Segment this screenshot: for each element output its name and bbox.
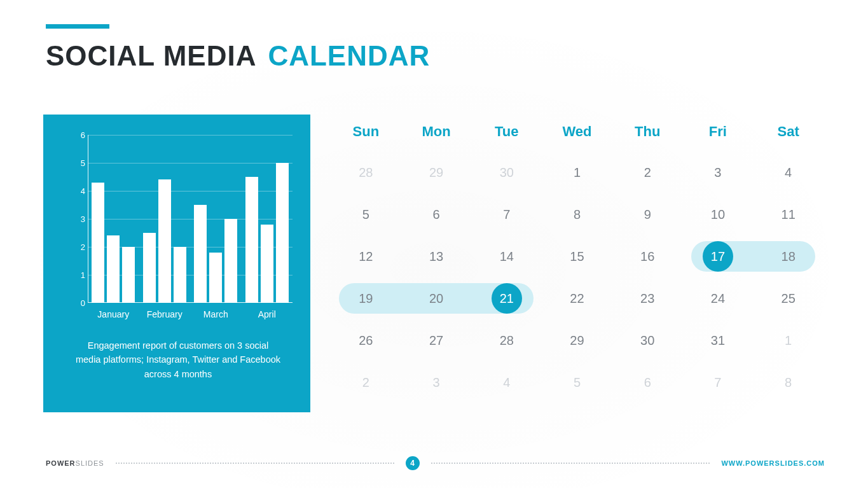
- calendar-week: 19202122232425: [331, 277, 823, 319]
- calendar-day[interactable]: 9: [612, 193, 683, 235]
- bar: [174, 247, 186, 303]
- bar-group: [139, 135, 191, 303]
- calendar-day[interactable]: 14: [471, 235, 542, 277]
- calendar-day[interactable]: 13: [401, 235, 472, 277]
- x-label: January: [88, 309, 139, 319]
- bar: [107, 235, 120, 303]
- calendar-day[interactable]: 17: [683, 235, 754, 277]
- calendar-day[interactable]: 29: [401, 151, 472, 193]
- title-accent-bar: [46, 24, 109, 29]
- bar: [245, 177, 258, 303]
- calendar-day[interactable]: 10: [683, 193, 754, 235]
- bar: [194, 205, 207, 303]
- calendar-week: 2627282930311: [331, 319, 823, 361]
- calendar-day[interactable]: 4: [753, 151, 823, 193]
- x-label: April: [242, 309, 293, 319]
- calendar-dow: Fri: [683, 120, 754, 151]
- calendar-day[interactable]: 5: [331, 193, 401, 235]
- calendar-day[interactable]: 22: [542, 277, 612, 319]
- bar: [276, 163, 289, 303]
- footer-divider-left: [116, 463, 394, 464]
- y-tick: 3: [72, 214, 85, 224]
- calendar-day[interactable]: 12: [331, 235, 401, 277]
- bar-group: [242, 135, 293, 303]
- y-tick: 1: [72, 270, 85, 280]
- calendar-day[interactable]: 26: [331, 319, 401, 361]
- bar-group: [88, 135, 139, 303]
- calendar-day[interactable]: 25: [753, 277, 823, 319]
- title-part-1: SOCIAL MEDIA: [46, 40, 256, 72]
- bar: [261, 225, 273, 303]
- page-title: SOCIAL MEDIA CALENDAR: [46, 40, 430, 72]
- calendar-dow: Mon: [401, 120, 472, 151]
- calendar-week: 2829301234: [331, 151, 823, 193]
- bar: [224, 219, 237, 303]
- calendar-day[interactable]: 8: [753, 361, 823, 403]
- engagement-bar-chart: 0123456 JanuaryFebruaryMarchApril: [72, 135, 293, 319]
- calendar-day[interactable]: 30: [471, 151, 542, 193]
- calendar-day[interactable]: 7: [471, 193, 542, 235]
- calendar-day[interactable]: 2: [612, 151, 683, 193]
- engagement-panel: 0123456 JanuaryFebruaryMarchApril Engage…: [43, 115, 310, 412]
- calendar-dow: Sat: [753, 120, 823, 151]
- calendar-dow: Sun: [331, 120, 401, 151]
- calendar-week: 2345678: [331, 361, 823, 403]
- calendar-day[interactable]: 28: [331, 151, 401, 193]
- calendar-day[interactable]: 2: [331, 361, 401, 403]
- calendar-day[interactable]: 1: [753, 319, 823, 361]
- chart-caption: Engagement report of customers on 3 soci…: [64, 338, 293, 381]
- calendar-day[interactable]: 23: [612, 277, 683, 319]
- y-tick: 2: [72, 242, 85, 252]
- bar: [92, 183, 104, 303]
- calendar-day[interactable]: 29: [542, 319, 612, 361]
- y-tick: 5: [72, 158, 85, 168]
- calendar-day[interactable]: 19: [331, 277, 401, 319]
- x-label: February: [139, 309, 191, 319]
- y-tick: 6: [72, 130, 85, 140]
- calendar: SunMonTueWedThuFriSat 282930123456789101…: [310, 115, 830, 412]
- x-label: March: [190, 309, 242, 319]
- footer-url: WWW.POWERSLIDES.COM: [721, 459, 825, 467]
- calendar-dow: Tue: [471, 120, 542, 151]
- calendar-day[interactable]: 1: [542, 151, 612, 193]
- calendar-day[interactable]: 6: [612, 361, 683, 403]
- footer-divider-right: [431, 463, 710, 464]
- title-part-2: CALENDAR: [268, 40, 430, 72]
- calendar-day[interactable]: 8: [542, 193, 612, 235]
- calendar-day[interactable]: 3: [401, 361, 472, 403]
- calendar-dow: Wed: [542, 120, 612, 151]
- page-number-badge: 4: [406, 456, 420, 470]
- bar-group: [190, 135, 242, 303]
- calendar-day[interactable]: 5: [542, 361, 612, 403]
- calendar-week: 567891011: [331, 193, 823, 235]
- bar: [143, 233, 156, 303]
- calendar-day[interactable]: 20: [401, 277, 472, 319]
- calendar-day[interactable]: 21: [471, 277, 542, 319]
- calendar-day[interactable]: 15: [542, 235, 612, 277]
- calendar-day[interactable]: 4: [471, 361, 542, 403]
- calendar-day[interactable]: 18: [753, 235, 823, 277]
- calendar-day[interactable]: 24: [683, 277, 754, 319]
- bar: [158, 179, 171, 303]
- bar: [209, 253, 222, 303]
- calendar-day[interactable]: 27: [401, 319, 472, 361]
- y-tick: 4: [72, 186, 85, 196]
- footer: POWERSLIDES 4 WWW.POWERSLIDES.COM: [46, 456, 825, 470]
- calendar-day[interactable]: 30: [612, 319, 683, 361]
- calendar-day[interactable]: 6: [401, 193, 472, 235]
- calendar-day[interactable]: 7: [683, 361, 754, 403]
- calendar-day[interactable]: 31: [683, 319, 754, 361]
- calendar-week: 12131415161718: [331, 235, 823, 277]
- footer-brand: POWERSLIDES: [46, 459, 104, 467]
- calendar-day[interactable]: 3: [683, 151, 754, 193]
- y-tick: 0: [72, 298, 85, 308]
- calendar-day[interactable]: 11: [753, 193, 823, 235]
- calendar-day[interactable]: 28: [471, 319, 542, 361]
- bar: [122, 247, 135, 303]
- calendar-dow: Thu: [612, 120, 683, 151]
- calendar-day[interactable]: 16: [612, 235, 683, 277]
